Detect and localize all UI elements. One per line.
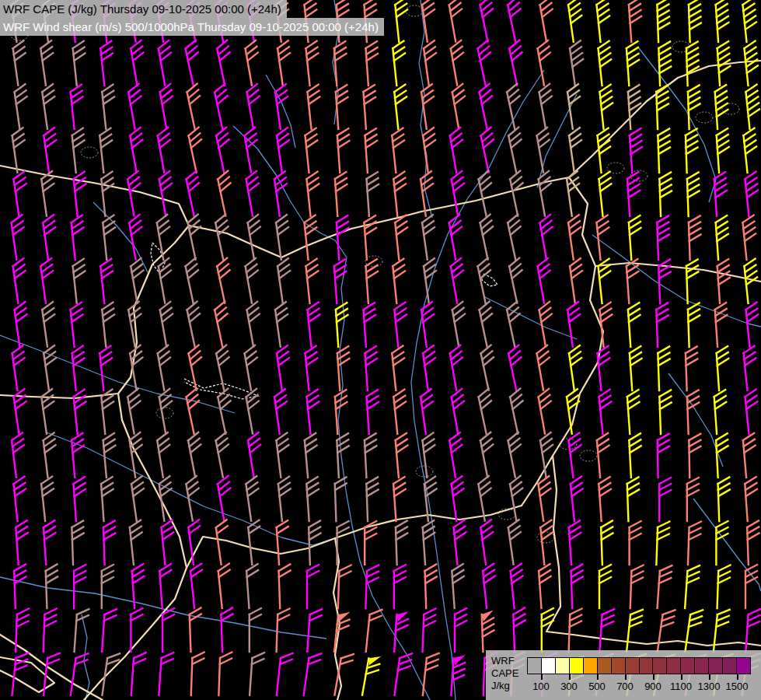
title-line-windshear: WRF Wind shear (m/s) 500/1000hPa Thursda… xyxy=(0,18,384,36)
legend-cell xyxy=(611,657,625,674)
title-line-cape: WRF CAPE (J/kg) Thursday 09-10-2025 00:0… xyxy=(0,0,287,18)
weather-map: WRF CAPE (J/kg) Thursday 09-10-2025 00:0… xyxy=(0,0,761,700)
cape-legend: WRF CAPE J/kg 10030050070090011001300150… xyxy=(486,650,761,700)
legend-cell xyxy=(708,657,722,674)
legend-cell xyxy=(639,657,653,674)
legend-cell xyxy=(555,657,569,674)
legend-cell xyxy=(597,657,611,674)
legend-cell xyxy=(736,657,751,674)
legend-label-cape: CAPE xyxy=(491,667,527,680)
legend-tick xyxy=(569,674,571,680)
legend-tick xyxy=(597,674,599,680)
legend-label-wrf: WRF xyxy=(491,655,527,667)
map-canvas xyxy=(0,0,761,700)
legend-label-unit: J/kg xyxy=(491,680,527,692)
legend-tick-label: 1500 xyxy=(720,681,754,692)
legend-cell xyxy=(652,657,666,674)
legend-tick xyxy=(625,674,627,680)
legend-tick xyxy=(541,674,543,680)
legend-cell xyxy=(541,657,555,674)
legend-cell xyxy=(527,657,541,674)
legend-cell xyxy=(722,657,736,674)
legend-color-strip: 100300500700900110013001500 xyxy=(527,657,751,693)
legend-cell xyxy=(680,657,694,674)
legend-tick xyxy=(737,674,738,680)
legend-cell xyxy=(625,657,639,674)
legend-label: WRF CAPE J/kg xyxy=(486,650,527,692)
legend-tick xyxy=(709,674,710,680)
legend-tick xyxy=(681,674,682,680)
legend-cell xyxy=(694,657,708,674)
legend-cell xyxy=(583,657,597,674)
legend-tick xyxy=(653,674,655,680)
legend-cell xyxy=(666,657,680,674)
title-overlay: WRF CAPE (J/kg) Thursday 09-10-2025 00:0… xyxy=(0,0,384,36)
legend-cells xyxy=(527,657,751,674)
legend-cell xyxy=(569,657,583,674)
